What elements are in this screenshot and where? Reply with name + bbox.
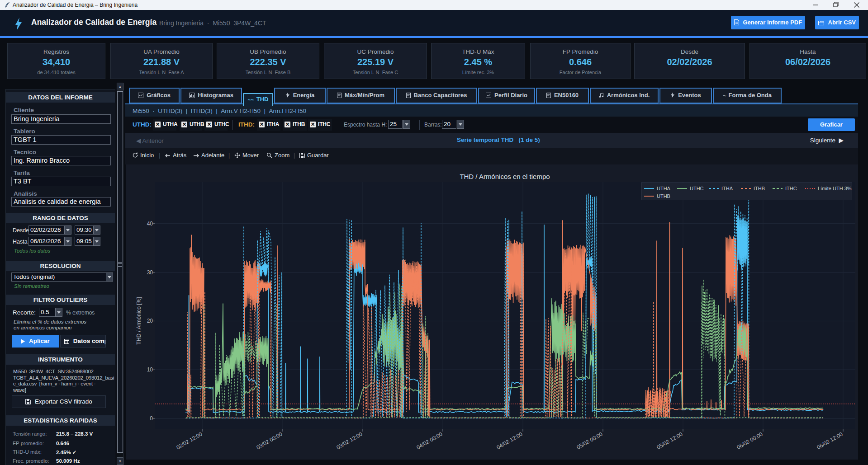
svg-text:40: 40 <box>147 221 153 227</box>
svg-text:0: 0 <box>150 415 153 422</box>
svg-text:ITHC: ITHC <box>785 186 797 191</box>
svg-text:UTHA: UTHA <box>657 186 671 191</box>
svg-text:20: 20 <box>147 318 153 324</box>
svg-text:THD / Armónicos en el tiempo: THD / Armónicos en el tiempo <box>460 173 550 180</box>
svg-text:Límite UTH 3%: Límite UTH 3% <box>818 186 852 191</box>
svg-text:UTHC: UTHC <box>690 186 704 191</box>
svg-text:ITHA: ITHA <box>721 186 733 191</box>
svg-text:ITHB: ITHB <box>754 186 765 191</box>
svg-text:UTHB: UTHB <box>657 193 670 199</box>
svg-text:THD / Armónico [%]: THD / Armónico [%] <box>136 297 142 344</box>
svg-text:10: 10 <box>147 366 153 373</box>
svg-text:30: 30 <box>147 269 153 276</box>
